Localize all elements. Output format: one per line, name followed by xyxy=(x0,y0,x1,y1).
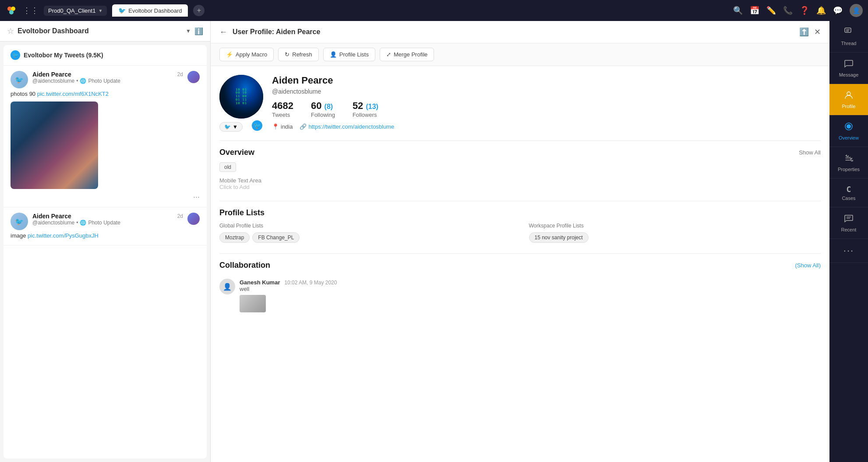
collab-section-header: Collaboration (Show All) xyxy=(219,261,821,270)
phone-icon[interactable]: 📞 xyxy=(783,6,793,15)
profile-icon xyxy=(844,90,854,102)
tweet-meta: @aidenctosblume • 🌐 Photo Update xyxy=(32,220,183,226)
top-nav: ⋮⋮ Prod0_QA_Client1 ▼ 🐦 Evoltobor Dashbo… xyxy=(0,0,868,21)
overview-label: Overview xyxy=(839,135,859,140)
back-button[interactable]: ← xyxy=(219,28,227,37)
table-row: 🐦 Aiden Pearce 2d @aidenctosblume • 🌐 Ph… xyxy=(4,66,207,207)
mobile-text-area-label: Mobile Text Area xyxy=(219,177,821,184)
search-icon[interactable]: 🔍 xyxy=(733,6,743,15)
profile-lists-title: Profile Lists xyxy=(219,208,265,217)
apply-macro-button[interactable]: ⚡ Apply Macro xyxy=(219,48,274,61)
click-to-add-label[interactable]: Click to Add xyxy=(219,184,821,190)
grid-icon[interactable]: ⋮⋮ xyxy=(21,4,40,17)
workspace-selector[interactable]: Prod0_QA_Client1 ▼ xyxy=(44,6,107,16)
help-icon[interactable]: ❓ xyxy=(800,6,809,15)
profile-website-link[interactable]: https://twitter.com/aidenctosblume xyxy=(308,123,394,130)
collaboration-section: Collaboration (Show All) 👤 Ganesh Kumar … xyxy=(219,261,821,316)
dashboard-header: ☆ Evoltobor Dashboard ▼ ℹ️ xyxy=(0,21,210,42)
main-content: ☆ Evoltobor Dashboard ▼ ℹ️ 🐦 Evoltobor M… xyxy=(0,21,868,462)
cases-icon: C xyxy=(847,185,851,194)
tab-twitter-icon: 🐦 xyxy=(118,7,126,14)
list-item[interactable]: 15 nov sanity project xyxy=(529,232,589,243)
edit-icon[interactable]: ✏️ xyxy=(766,6,776,15)
tweet-link[interactable]: pic.twitter.com/mf6X1NcKT2 xyxy=(37,91,109,97)
refresh-icon: ↻ xyxy=(285,51,289,58)
info-icon[interactable]: ℹ️ xyxy=(194,27,203,35)
thread-icon xyxy=(844,27,854,39)
calendar-icon[interactable]: 📅 xyxy=(750,6,759,15)
globe-icon: 🌐 xyxy=(80,78,86,84)
app-logo[interactable] xyxy=(5,4,18,17)
overview-section-header: Overview Show All xyxy=(219,148,821,157)
profile-avatar-wrap: 10 0100 1011 0001 1110 01 🐦 🐦 ▼ xyxy=(219,75,263,132)
dashboard-chevron[interactable]: ▼ xyxy=(186,28,191,34)
recent-icon xyxy=(844,214,854,225)
header-actions: ⬆️ ✕ xyxy=(799,27,821,37)
sidebar-item-thread[interactable]: Thread xyxy=(829,21,868,52)
lists-columns: Global Profile Lists Moztrap FB Change_P… xyxy=(219,223,821,243)
workspace-chevron: ▼ xyxy=(98,8,102,13)
profile-modal: ← User Profile: Aiden Pearce ⬆️ ✕ ⚡ Appl… xyxy=(210,21,829,462)
following-new: (8) xyxy=(325,103,333,110)
list-icon: 👤 xyxy=(330,51,337,58)
workspace-lists-label: Workspace Profile Lists xyxy=(529,223,821,229)
profile-details: Aiden Pearce @aidenctosblume 4682 Tweets… xyxy=(272,75,821,130)
close-icon[interactable]: ✕ xyxy=(814,27,821,37)
chat-icon[interactable]: 💬 xyxy=(833,6,843,15)
tweets-label: Tweets xyxy=(272,112,293,118)
star-button[interactable]: ☆ xyxy=(7,26,14,36)
globe-icon-2: 🌐 xyxy=(80,220,86,226)
profile-avatar: 10 0100 1011 0001 1110 01 xyxy=(219,75,263,119)
message-icon xyxy=(844,59,854,70)
svg-rect-3 xyxy=(845,28,851,32)
share-icon[interactable]: ⬆️ xyxy=(799,27,809,37)
list-item[interactable]: Moztrap xyxy=(219,232,250,243)
sidebar-item-properties[interactable]: Properties xyxy=(829,147,868,178)
user-avatar[interactable]: 👤 xyxy=(850,4,863,17)
profile-info-section: 10 0100 1011 0001 1110 01 🐦 🐦 ▼ Aiden Pe… xyxy=(219,75,821,132)
twitter-small-icon: 🐦 xyxy=(224,124,231,130)
tweet-meta: @aidenctosblume • 🌐 Photo Update xyxy=(32,78,183,84)
sidebar-item-overview[interactable]: Overview xyxy=(829,116,868,147)
add-tab-button[interactable]: + xyxy=(193,5,205,16)
sidebar-item-cases[interactable]: C Cases xyxy=(829,178,868,207)
properties-icon xyxy=(844,153,854,165)
merge-profile-button[interactable]: ⤢ Merge Profile xyxy=(380,48,434,61)
sidebar-item-recent[interactable]: Recent xyxy=(829,207,868,239)
recent-label: Recent xyxy=(841,227,857,232)
profile-location: 📍 india 🔗 https://twitter.com/aidenctosb… xyxy=(272,123,821,130)
following-label: Following xyxy=(311,112,335,118)
feed-header: 🐦 Evoltobor My Tweets (9.5K) xyxy=(4,45,207,66)
refresh-button[interactable]: ↻ Refresh xyxy=(278,48,319,61)
tweet-link-2[interactable]: pic.twitter.com/PysGugbxJH xyxy=(28,232,99,239)
website-item: 🔗 https://twitter.com/aidenctosblume xyxy=(300,123,394,130)
bell-icon[interactable]: 🔔 xyxy=(816,6,826,15)
collab-details: Ganesh Kumar 10:02 AM, 9 May 2020 well xyxy=(240,279,337,312)
collaboration-text: well xyxy=(240,286,337,292)
following-count: 60 (8) xyxy=(311,100,335,112)
sidebar-item-message[interactable]: Message xyxy=(829,52,868,84)
overview-icon xyxy=(844,122,854,133)
collab-header-row: Ganesh Kumar 10:02 AM, 9 May 2020 xyxy=(240,279,337,286)
profile-lists-header: Profile Lists xyxy=(219,208,821,217)
macro-icon: ⚡ xyxy=(226,51,233,58)
right-sidebar: Thread Message Profile xyxy=(829,21,868,462)
overview-show-all-button[interactable]: Show All xyxy=(799,149,821,156)
platform-badge[interactable]: 🐦 ▼ xyxy=(219,122,243,132)
sidebar-item-profile[interactable]: Profile xyxy=(829,84,868,116)
profile-name: Aiden Pearce xyxy=(272,75,821,86)
avatar: 🐦 xyxy=(11,213,28,230)
sidebar-item-more[interactable]: ··· xyxy=(829,239,868,263)
collab-show-all-button[interactable]: (Show All) xyxy=(795,262,821,269)
profile-modal-title: User Profile: Aiden Pearce xyxy=(233,28,794,36)
more-options-button[interactable]: ··· xyxy=(193,192,200,202)
active-tab[interactable]: 🐦 Evoltobor Dashboard xyxy=(112,4,188,17)
table-row: 🐦 Aiden Pearce 2d @aidenctosblume • 🌐 Ph… xyxy=(4,207,207,245)
followers-stat: 52 (13) Followers xyxy=(353,100,378,118)
feed-title: Evoltobor My Tweets (9.5K) xyxy=(24,52,103,59)
profile-lists-button[interactable]: 👤 Profile Lists xyxy=(323,48,375,61)
collaborator-avatar: 👤 xyxy=(219,279,235,294)
svg-point-6 xyxy=(847,92,850,95)
list-item[interactable]: FB Change_PL xyxy=(252,232,300,243)
nav-action-icons: 🔍 📅 ✏️ 📞 ❓ 🔔 💬 👤 xyxy=(733,4,863,17)
